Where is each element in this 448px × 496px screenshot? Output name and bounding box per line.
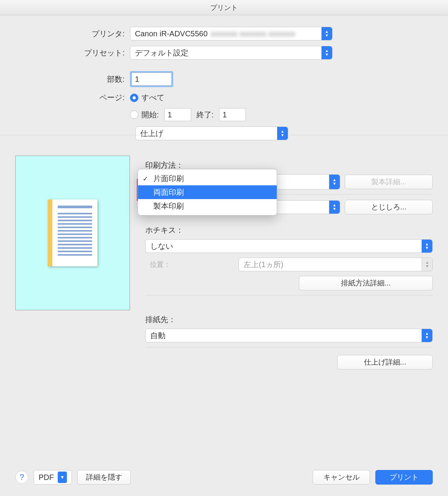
chevron-updown-icon: ▲▼ (277, 127, 288, 140)
output-dest-select[interactable]: 自動 ▲▼ (145, 329, 433, 342)
booklet-details-button[interactable]: 製本詳細... (345, 175, 433, 189)
menu-item-label: 片面印刷 (153, 173, 184, 184)
chevron-updown-icon: ▲▼ (422, 258, 432, 271)
preset-label: プリセット: (15, 48, 130, 58)
print-method-menu: ✓ 片面印刷 両面印刷 製本印刷 (138, 169, 277, 216)
staple-label: ホチキス： (145, 225, 433, 235)
menu-item-single-sided[interactable]: ✓ 片面印刷 (138, 172, 277, 185)
print-preview (15, 156, 130, 310)
help-icon: ? (19, 472, 24, 482)
check-icon: ✓ (143, 175, 148, 183)
printer-label: プリンタ: (15, 29, 130, 39)
pages-from-label: 開始: (141, 110, 159, 120)
staple-position-value: 左上(1ヵ所) (243, 259, 283, 270)
window-title: プリント (0, 0, 448, 15)
output-dest-label: 排紙先： (145, 314, 433, 325)
pages-all-label: すべて (141, 92, 164, 103)
cancel-button[interactable]: キャンセル (313, 470, 370, 485)
pages-all-radio[interactable] (130, 94, 138, 102)
pages-label: ページ: (15, 92, 130, 103)
copies-focus-ring: 1 (130, 71, 173, 87)
pages-to-input[interactable]: 1 (219, 108, 246, 121)
panel-select[interactable]: 仕上げ ▲▼ (135, 126, 288, 140)
preset-value: デフォルト設定 (135, 48, 188, 58)
panel-value: 仕上げ (140, 128, 163, 139)
staple-position-label: 位置： (150, 260, 234, 269)
printer-select[interactable]: Canon iR-ADVC5560 xxxxxxx xxxxxxx xxxxxx… (130, 27, 333, 41)
finishing-details-button[interactable]: 仕上げ詳細... (337, 355, 433, 370)
menu-item-booklet[interactable]: 製本印刷 (138, 199, 277, 213)
chevron-updown-icon: ▲▼ (321, 27, 332, 40)
page-thumbnail-icon (48, 199, 97, 266)
menu-item-double-sided[interactable]: 両面印刷 (138, 185, 277, 199)
help-button[interactable]: ? (15, 471, 28, 484)
chevron-updown-icon: ▲▼ (422, 329, 432, 342)
pdf-menu-button[interactable]: PDF ▼ (34, 470, 72, 485)
printer-value: Canon iR-ADVC5560 (135, 29, 208, 38)
chevron-down-icon: ▼ (58, 472, 67, 483)
preset-select[interactable]: デフォルト設定 ▲▼ (130, 46, 333, 60)
staple-select[interactable]: しない ▲▼ (145, 239, 433, 253)
pages-to-label: 終了: (196, 110, 214, 120)
pages-range-radio[interactable] (130, 110, 138, 119)
gutter-button[interactable]: とじしろ... (345, 200, 433, 214)
pdf-label: PDF (39, 473, 54, 482)
chevron-updown-icon: ▲▼ (329, 201, 340, 214)
printer-extra-blurred: xxxxxxx xxxxxxx xxxxxxx (211, 29, 295, 38)
menu-item-label: 両面印刷 (153, 187, 184, 198)
chevron-updown-icon: ▲▼ (329, 175, 340, 189)
copies-input[interactable]: 1 (131, 73, 172, 86)
staple-value: しない (150, 241, 173, 251)
chevron-updown-icon: ▲▼ (422, 240, 432, 253)
menu-item-label: 製本印刷 (153, 201, 184, 211)
hide-details-button[interactable]: 詳細を隠す (77, 470, 131, 485)
chevron-updown-icon: ▲▼ (321, 46, 332, 59)
print-button[interactable]: プリント (375, 470, 433, 485)
output-dest-value: 自動 (150, 331, 166, 341)
staple-position-select: 左上(1ヵ所) ▲▼ (239, 258, 433, 271)
pages-from-input[interactable]: 1 (164, 108, 191, 121)
output-method-details-button[interactable]: 排紙方法詳細... (299, 276, 433, 290)
copies-label: 部数: (15, 74, 130, 84)
